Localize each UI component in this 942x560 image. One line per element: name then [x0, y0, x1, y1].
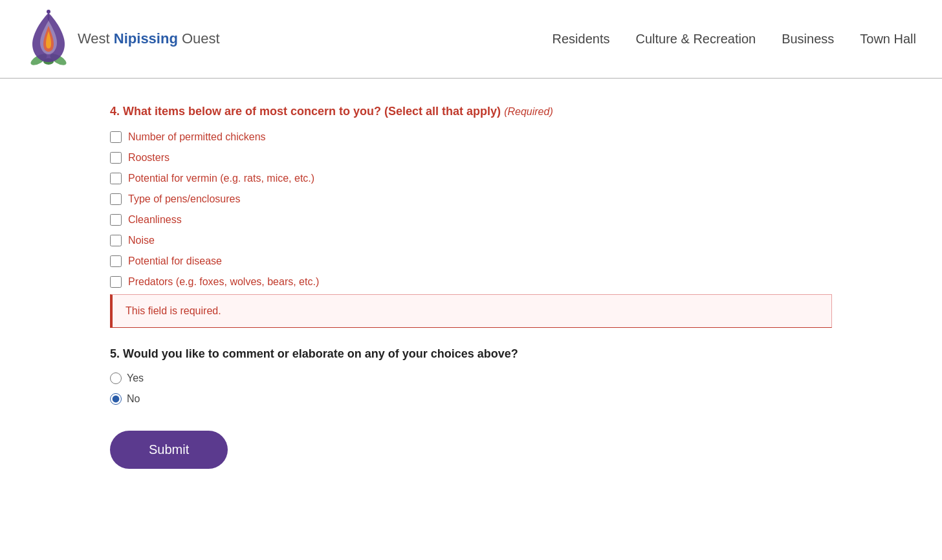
checkbox-label-noise: Noise: [128, 235, 155, 246]
checkbox-group: Number of permitted chickens Roosters Po…: [110, 131, 832, 288]
main-nav: Residents Culture & Recreation Business …: [553, 32, 916, 47]
checkbox-label-disease: Potential for disease: [128, 255, 222, 267]
checkbox-label-vermin: Potential for vermin (e.g. rats, mice, e…: [128, 173, 314, 184]
question4-label: 4. What items below are of most concern …: [110, 105, 832, 118]
site-logo: [26, 6, 71, 71]
error-box: This field is required.: [110, 294, 832, 328]
checkbox-disease[interactable]: [110, 255, 122, 267]
header-divider: [0, 78, 942, 79]
radio-group: Yes No: [110, 372, 832, 405]
question5-label: 5. Would you like to comment or elaborat…: [110, 347, 832, 361]
checkbox-item-noise[interactable]: Noise: [110, 235, 832, 246]
checkbox-permitted-chickens[interactable]: [110, 131, 122, 143]
nav-town-hall[interactable]: Town Hall: [860, 32, 916, 47]
checkbox-pens[interactable]: [110, 193, 122, 205]
checkbox-label-cleanliness: Cleanliness: [128, 214, 182, 226]
radio-yes[interactable]: [110, 372, 122, 384]
nav-business[interactable]: Business: [782, 32, 834, 47]
checkbox-roosters[interactable]: [110, 152, 122, 164]
checkbox-label-predators: Predators (e.g. foxes, wolves, bears, et…: [128, 276, 319, 288]
radio-item-no[interactable]: No: [110, 393, 832, 405]
logo-area: West Nipissing Ouest: [26, 6, 220, 71]
checkbox-cleanliness[interactable]: [110, 214, 122, 226]
checkbox-noise[interactable]: [110, 235, 122, 246]
checkbox-label-permitted-chickens: Number of permitted chickens: [128, 131, 266, 143]
required-tag: (Required): [504, 106, 553, 117]
site-header: West Nipissing Ouest Residents Culture &…: [0, 0, 942, 78]
main-content: 4. What items below are of most concern …: [0, 92, 942, 495]
checkbox-item-pens[interactable]: Type of pens/enclosures: [110, 193, 832, 205]
submit-button[interactable]: Submit: [110, 431, 228, 469]
checkbox-item-vermin[interactable]: Potential for vermin (e.g. rats, mice, e…: [110, 173, 832, 184]
nav-culture[interactable]: Culture & Recreation: [635, 32, 756, 47]
svg-point-3: [47, 10, 50, 14]
checkbox-item-permitted-chickens[interactable]: Number of permitted chickens: [110, 131, 832, 143]
logo-text: West Nipissing Ouest: [78, 30, 220, 47]
checkbox-item-roosters[interactable]: Roosters: [110, 152, 832, 164]
checkbox-item-predators[interactable]: Predators (e.g. foxes, wolves, bears, et…: [110, 276, 832, 288]
checkbox-item-cleanliness[interactable]: Cleanliness: [110, 214, 832, 226]
radio-item-yes[interactable]: Yes: [110, 372, 832, 384]
checkbox-vermin[interactable]: [110, 173, 122, 184]
checkbox-label-pens: Type of pens/enclosures: [128, 193, 240, 205]
checkbox-item-disease[interactable]: Potential for disease: [110, 255, 832, 267]
radio-no[interactable]: [110, 393, 122, 405]
checkbox-predators[interactable]: [110, 276, 122, 288]
checkbox-label-roosters: Roosters: [128, 152, 170, 164]
radio-label-no: No: [127, 393, 140, 405]
nav-residents[interactable]: Residents: [553, 32, 610, 47]
radio-label-yes: Yes: [127, 372, 144, 384]
